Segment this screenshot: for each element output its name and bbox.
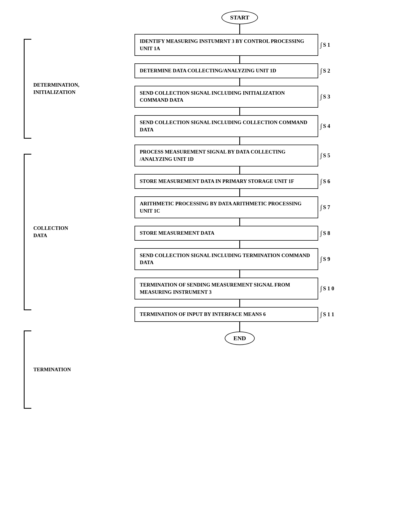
start-oval: START	[221, 11, 258, 24]
box-s4: SEND COLLECTION SIGNAL INCLUDING COLLECT…	[135, 115, 318, 137]
box-s2: DETERMINE DATA COLLECTING/ANALYZING UNIT…	[135, 63, 318, 78]
curl-icon-s2: ∫	[320, 67, 322, 74]
step-label-s8: ∫ S 8	[320, 230, 330, 237]
connector-3-4	[239, 108, 240, 115]
determination-label: DETERMINATION,INITIALIZATION	[33, 81, 79, 96]
bracket-top-3	[24, 330, 31, 333]
flow-column: START IDENTIFY MEASURING INSTUMRNT 3 BY …	[80, 11, 399, 345]
connector-start	[239, 24, 240, 34]
curl-icon-s11: ∫	[320, 311, 322, 318]
box-s5: PROCESS MEASUREMENT SIGNAL BY DATA COLLE…	[135, 145, 318, 166]
curl-icon-s3: ∫	[320, 93, 322, 100]
flowchart-diagram: START IDENTIFY MEASURING INSTUMRNT 3 BY …	[21, 11, 399, 345]
curl-icon-s7: ∫	[320, 204, 322, 211]
start-node: START	[221, 11, 258, 24]
connector-9-10	[239, 270, 240, 278]
box-s9: SEND COLLECTION SIGNAL INCLUDING TERMINA…	[135, 248, 318, 270]
step-row-s11: TERMINATION OF INPUT BY INTERFACE MEANS …	[135, 307, 345, 322]
bracket-group-termination: TERMINATION	[24, 330, 71, 409]
connector-8-9	[239, 241, 240, 248]
step-row-s2: DETERMINE DATA COLLECTING/ANALYZING UNIT…	[135, 63, 345, 78]
box-s10: TERMINATION OF SENDING MEASUREMENT SIGNA…	[135, 278, 318, 299]
step-row-s3: SEND COLLECTION SIGNAL INCLUDING INITIAL…	[135, 86, 345, 108]
end-oval: END	[225, 332, 254, 345]
step-label-s7: ∫ S 7	[320, 204, 330, 211]
step-label-s4: ∫ S 4	[320, 122, 330, 130]
curl-icon-s8: ∫	[320, 230, 322, 237]
box-s7: ARITHMETIC PROCESSING BY DATA ARITHMETIC…	[135, 196, 318, 218]
bracket-bot-3	[24, 406, 31, 409]
box-s3: SEND COLLECTION SIGNAL INCLUDING INITIAL…	[135, 86, 318, 108]
box-s1: IDENTIFY MEASURING INSTUMRNT 3 BY CONTRO…	[135, 34, 318, 56]
connector-2-3	[239, 78, 240, 86]
step-label-s3: ∫ S 3	[320, 93, 330, 100]
curl-icon-s1: ∫	[320, 41, 322, 49]
connector-end	[239, 322, 240, 332]
termination-label: TERMINATION	[33, 366, 71, 373]
step-label-s11: ∫ S 1 1	[320, 311, 334, 318]
bracket-top-1	[24, 39, 31, 42]
bracket-label-termination: TERMINATION	[33, 330, 71, 409]
step-row-s5: PROCESS MEASUREMENT SIGNAL BY DATA COLLE…	[135, 145, 345, 166]
step-label-s9: ∫ S 9	[320, 255, 330, 263]
step-label-s1: ∫ S 1	[320, 41, 330, 49]
curl-icon-s10: ∫	[320, 285, 322, 292]
step-label-s10: ∫ S 1 0	[320, 285, 334, 292]
step-row-s4: SEND COLLECTION SIGNAL INCLUDING COLLECT…	[135, 115, 345, 137]
bracket-bot-1	[24, 136, 31, 139]
step-label-s2: ∫ S 2	[320, 67, 330, 74]
step-row-s6: STORE MEASUREMENT DATA IN PRIMARY STORAG…	[135, 174, 345, 189]
curl-icon-s5: ∫	[320, 152, 322, 159]
collection-label: COLLECTION DATA	[33, 225, 71, 239]
end-node: END	[225, 332, 254, 345]
bracket-bot-2	[24, 308, 31, 310]
connector-10-11	[239, 299, 240, 307]
bracket-mid-1	[24, 42, 25, 136]
bracket-mid-2	[24, 156, 25, 308]
curl-icon-s6: ∫	[320, 178, 322, 185]
step-row-s1: IDENTIFY MEASURING INSTUMRNT 3 BY CONTRO…	[135, 34, 345, 56]
curl-icon-s4: ∫	[320, 122, 322, 130]
connector-5-6	[239, 166, 240, 174]
step-row-s9: SEND COLLECTION SIGNAL INCLUDING TERMINA…	[135, 248, 345, 270]
step-row-s10: TERMINATION OF SENDING MEASUREMENT SIGNA…	[135, 278, 345, 299]
bracket-top-2	[24, 154, 31, 156]
step-label-s6: ∫ S 6	[320, 178, 330, 185]
bracket-group-determination: DETERMINATION,INITIALIZATION	[24, 39, 69, 139]
bracket-mid-3	[24, 333, 25, 406]
bracket-bar-1	[24, 39, 31, 139]
box-s11: TERMINATION OF INPUT BY INTERFACE MEANS …	[135, 307, 318, 322]
bracket-label-determination: DETERMINATION,INITIALIZATION	[33, 39, 69, 139]
curl-icon-s9: ∫	[320, 255, 322, 263]
bracket-group-collection: COLLECTION DATA	[24, 154, 71, 310]
box-s8: STORE MEASUREMENT DATA	[135, 226, 318, 241]
bracket-bar-2	[24, 154, 31, 310]
step-row-s8: STORE MEASUREMENT DATA ∫ S 8	[135, 226, 345, 241]
connector-6-7	[239, 189, 240, 196]
connector-1-2	[239, 56, 240, 63]
step-row-s7: ARITHMETIC PROCESSING BY DATA ARITHMETIC…	[135, 196, 345, 218]
step-label-s5: ∫ S 5	[320, 152, 330, 159]
bracket-label-collection: COLLECTION DATA	[33, 154, 71, 310]
box-s6: STORE MEASUREMENT DATA IN PRIMARY STORAG…	[135, 174, 318, 189]
connector-7-8	[239, 218, 240, 226]
bracket-bar-3	[24, 330, 31, 409]
connector-4-5	[239, 137, 240, 145]
